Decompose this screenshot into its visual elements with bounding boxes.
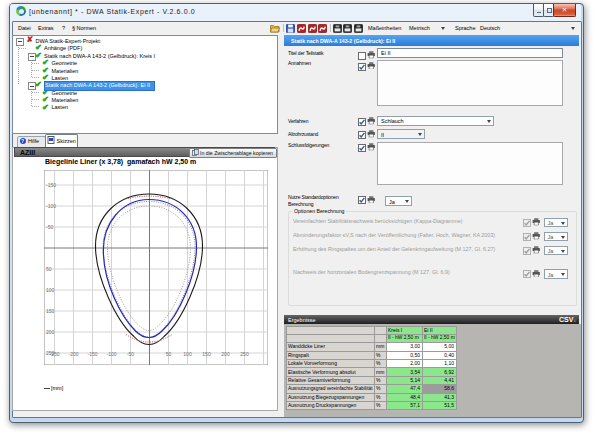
svg-text:-200: -200 [68,351,78,357]
svg-text:50: 50 [166,351,172,357]
svg-text:-150: -150 [87,351,97,357]
svg-text:-150: -150 [46,182,56,188]
svg-text:-100: -100 [46,203,56,209]
svg-text:-50: -50 [46,224,53,230]
svg-text:250: 250 [240,351,249,357]
svg-text:150: 150 [46,308,55,314]
svg-text:-50: -50 [127,351,134,357]
svg-text:-250: -250 [49,351,59,357]
svg-text:200: 200 [221,351,230,357]
svg-text:200: 200 [46,329,55,335]
svg-text:100: 100 [183,351,192,357]
svg-text:100: 100 [46,287,55,293]
svg-text:-100: -100 [106,351,116,357]
svg-text:150: 150 [202,351,211,357]
svg-text:50: 50 [46,266,52,272]
